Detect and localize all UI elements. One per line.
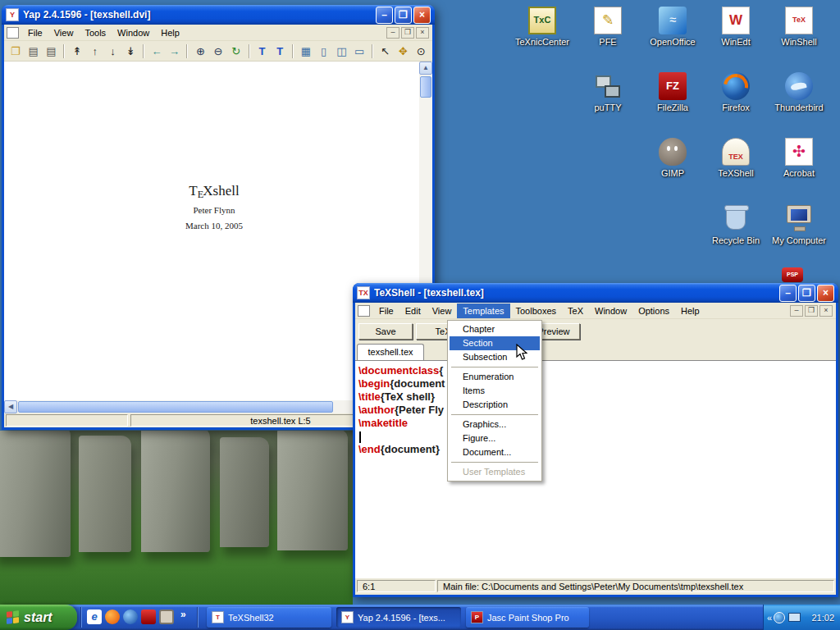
desktop-icon-gimp[interactable]: GIMP xyxy=(641,138,704,178)
internet-explorer-icon[interactable]: e xyxy=(87,609,102,624)
desktop-icon-openoffice[interactable]: ≈ OpenOffice xyxy=(641,7,704,47)
open-icon[interactable]: ❐ xyxy=(7,43,24,59)
minimize-button[interactable]: – xyxy=(376,7,393,24)
icon-label: WinShell xyxy=(768,37,830,47)
refresh-icon[interactable]: ↻ xyxy=(228,43,244,59)
save-button[interactable]: Save xyxy=(358,323,413,340)
menu-item-figure[interactable]: Figure... xyxy=(450,431,540,445)
menu-view[interactable]: View xyxy=(48,25,80,40)
desktop-icon-texshell[interactable]: TEX TeXShell xyxy=(705,138,767,178)
scrollbar-thumb[interactable] xyxy=(420,76,431,98)
desktop-icon-putty[interactable]: puTTY xyxy=(577,72,639,112)
desktop-icon-texniccenter[interactable]: TxC TeXnicCenter xyxy=(511,7,573,47)
first-page-icon[interactable]: ↟ xyxy=(69,43,85,59)
tray-messenger-icon[interactable] xyxy=(774,612,785,623)
desktop-icon-pfe[interactable]: ✎ PFE xyxy=(577,7,639,47)
taskbar-clock[interactable]: 21:02 xyxy=(811,613,840,623)
menu-item-description[interactable]: Description xyxy=(450,398,540,412)
taskbar-task-texshell32[interactable]: T TeXShell32 xyxy=(207,607,331,628)
print-setup-icon[interactable]: ▤ xyxy=(43,43,59,59)
menu-item-user-templates: User Templates xyxy=(450,465,540,479)
minimize-button[interactable]: – xyxy=(779,285,797,302)
icon-label: My Computer xyxy=(768,235,830,245)
start-button[interactable]: start xyxy=(0,605,77,630)
close-button[interactable]: × xyxy=(817,285,834,302)
icon-label: puTTY xyxy=(577,103,639,112)
scroll-up-icon[interactable]: ▲ xyxy=(419,62,432,75)
scroll-left-icon[interactable]: ◀ xyxy=(4,400,17,413)
edit-source-icon[interactable]: T xyxy=(254,43,271,59)
mdi-restore-button[interactable]: ❐ xyxy=(805,305,818,317)
close-button[interactable]: × xyxy=(413,7,431,24)
show-desktop-icon[interactable] xyxy=(159,609,174,624)
desktop-icon-psp[interactable]: PSP xyxy=(780,267,805,282)
magnifier-tool-icon[interactable]: ⊙ xyxy=(413,43,429,59)
menu-item-document[interactable]: Document... xyxy=(450,445,540,459)
tab-texshell-tex[interactable]: texshell.tex xyxy=(357,344,424,360)
desktop-icon-thunderbird[interactable]: Thunderbird xyxy=(768,72,830,112)
icon-label: PFE xyxy=(577,37,639,47)
menu-window[interactable]: Window xyxy=(112,25,155,40)
maximize-button[interactable]: ❐ xyxy=(395,7,412,24)
taskbar-task-yap[interactable]: Y Yap 2.4.1596 - [texs... xyxy=(336,607,461,628)
menu-tools[interactable]: Tools xyxy=(79,25,112,40)
prev-page-icon[interactable]: ↑ xyxy=(87,43,103,59)
taskbar-task-paint-shop-pro[interactable]: P Jasc Paint Shop Pro xyxy=(466,607,589,628)
menu-item-graphics[interactable]: Graphics... xyxy=(450,418,540,431)
mdi-close-button[interactable]: × xyxy=(416,27,429,39)
menu-item-items[interactable]: Items xyxy=(450,384,540,398)
tray-network-icon[interactable] xyxy=(788,613,801,622)
text-tool-icon[interactable]: T xyxy=(272,43,288,59)
menu-options[interactable]: Options xyxy=(632,304,675,318)
yap-titlebar[interactable]: Y Yap 2.4.1596 - [texshell.dvi] – ❐ × xyxy=(2,5,435,25)
desktop-icon-winedt[interactable]: W WinEdt xyxy=(705,7,767,47)
menu-file[interactable]: File xyxy=(22,25,48,40)
print-icon[interactable]: ▤ xyxy=(25,43,42,59)
menu-window[interactable]: Window xyxy=(589,304,632,318)
desktop-icon-acrobat[interactable]: ✣ Acrobat xyxy=(768,138,830,178)
desktop-icon-firefox[interactable]: Firefox xyxy=(705,72,767,112)
menu-item-chapter[interactable]: Chapter xyxy=(450,322,540,336)
last-page-icon[interactable]: ↡ xyxy=(122,43,139,59)
single-page-view-icon[interactable]: ▦ xyxy=(298,43,314,59)
mdi-close-button[interactable]: × xyxy=(819,305,833,317)
mdi-restore-button[interactable]: ❐ xyxy=(401,27,414,39)
desktop-icon-recycle-bin[interactable]: Recycle Bin xyxy=(705,203,767,245)
menu-tex[interactable]: TeX xyxy=(562,304,589,318)
paint-shop-pro-icon[interactable] xyxy=(141,609,156,624)
menu-help[interactable]: Help xyxy=(155,25,185,40)
zoom-in-icon[interactable]: ⊕ xyxy=(192,43,208,59)
tray-chevron-icon[interactable]: « xyxy=(767,613,772,623)
texshell-titlebar[interactable]: TX TeXShell - [texshell.tex] – ❐ × xyxy=(353,283,838,303)
menu-item-enumeration[interactable]: Enumeration xyxy=(450,370,540,384)
desktop-icon-my-computer[interactable]: My Computer xyxy=(768,203,830,245)
menu-file[interactable]: File xyxy=(373,304,399,318)
maximize-button[interactable]: ❐ xyxy=(798,285,815,302)
continuous-view-icon[interactable]: ▯ xyxy=(316,43,332,59)
thunderbird-icon xyxy=(785,72,813,100)
hand-tool-icon[interactable]: ✥ xyxy=(395,43,412,59)
menu-help[interactable]: Help xyxy=(675,304,705,318)
full-width-view-icon[interactable]: ▭ xyxy=(351,43,368,59)
tex-argument: {document xyxy=(390,377,445,390)
desktop-icon-winshell[interactable]: TeX WinShell xyxy=(768,7,830,47)
back-icon[interactable]: ← xyxy=(148,43,165,59)
quick-launch-chevron-icon[interactable]: » xyxy=(180,609,186,620)
firefox-icon[interactable] xyxy=(105,609,120,624)
code-editor[interactable]: \documentclass{ \begin{document \title{T… xyxy=(355,360,836,578)
zoom-out-icon[interactable]: ⊖ xyxy=(210,43,226,59)
next-page-icon[interactable]: ↓ xyxy=(105,43,121,59)
select-tool-icon[interactable]: ↖ xyxy=(377,43,394,59)
menu-edit[interactable]: Edit xyxy=(399,304,427,318)
mdi-minimize-button[interactable]: – xyxy=(790,305,803,317)
text-caret xyxy=(359,431,361,443)
menu-templates[interactable]: Templates xyxy=(457,304,509,318)
forward-icon[interactable]: → xyxy=(167,43,183,59)
menu-view[interactable]: View xyxy=(427,304,458,318)
mdi-minimize-button[interactable]: – xyxy=(386,27,399,39)
thunderbird-icon[interactable] xyxy=(123,609,138,624)
menu-toolboxes[interactable]: Toolboxes xyxy=(510,304,563,318)
scrollbar-thumb[interactable] xyxy=(18,401,333,413)
desktop-icon-filezilla[interactable]: FZ FileZilla xyxy=(641,72,704,112)
facing-view-icon[interactable]: ◫ xyxy=(334,43,350,59)
